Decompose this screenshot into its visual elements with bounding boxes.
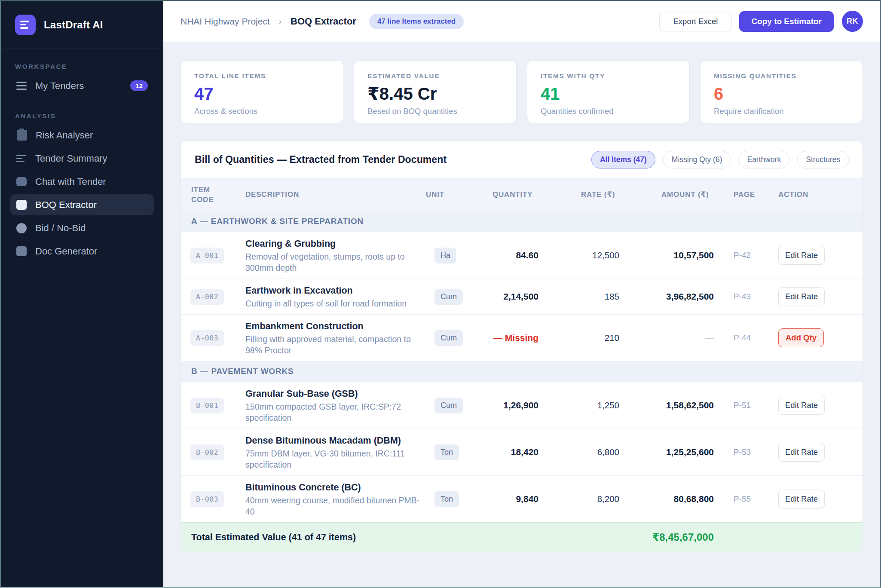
copy-to-estimator-button[interactable]: Copy to Estimator xyxy=(739,11,834,32)
item-code-cell: B-001 xyxy=(181,392,245,419)
boq-row-b-002: B-002Dense Bituminous Macadam (DBM)75mm … xyxy=(181,429,863,475)
stat-card-missing-quantities: MISSING QUANTITIES6Require clarification xyxy=(700,60,863,123)
top-bar: NHAI Highway Project › BOQ Extractor 47 … xyxy=(163,1,880,42)
edit-rate-button[interactable]: Edit Rate xyxy=(778,443,825,462)
table-footer-row: Total Estimated Value (41 of 47 items)₹8… xyxy=(181,522,863,552)
item-code-cell: A-002 xyxy=(181,284,245,310)
stat-subtext: Quantities confirmed xyxy=(541,107,676,116)
item-code-pill: A-001 xyxy=(190,248,224,263)
user-avatar[interactable]: RK xyxy=(842,11,863,32)
column-header-action: Action xyxy=(770,190,863,199)
item-code-cell: A-001 xyxy=(181,242,245,269)
amount-cell: — xyxy=(627,328,722,348)
quantity-cell: 2,14,500 xyxy=(477,286,551,307)
edit-rate-button[interactable]: Edit Rate xyxy=(778,396,825,415)
tender-count-badge: 12 xyxy=(130,80,148,91)
stat-value: 47 xyxy=(194,84,330,103)
sidebar-item-label: Doc Generator xyxy=(35,246,97,257)
page-cell: P-51 xyxy=(722,395,770,415)
edit-rate-button[interactable]: Edit Rate xyxy=(778,490,825,508)
description-cell: Granular Sub-Base (GSB)150mm compacted G… xyxy=(245,382,426,429)
boq-table: Item CodeDescriptionUnitQuantityRate (₹)… xyxy=(181,178,863,552)
quantity-cell: 1,26,900 xyxy=(477,395,551,416)
sidebar-item-label: Tender Summary xyxy=(35,153,107,164)
stat-subtext: Require clarification xyxy=(714,107,849,116)
stat-subtext: Across & sections xyxy=(194,107,330,116)
item-code-pill: B-002 xyxy=(190,444,224,460)
sidebar: LastDraft AI WORKSPACEMy Tenders12ANALYS… xyxy=(1,1,163,587)
item-code-pill: B-003 xyxy=(190,491,224,507)
page-content: TOTAL LINE ITEMS47Across & sectionsESTIM… xyxy=(163,42,880,587)
breadcrumb: NHAI Highway Project › BOQ Extractor xyxy=(180,16,356,27)
breadcrumb-separator-icon: › xyxy=(279,17,281,26)
action-cell: Edit Rate xyxy=(770,391,863,420)
sidebar-item-bid-no-bid[interactable]: Bid / No-Bid xyxy=(10,217,154,239)
sidebar-item-tender-summary[interactable]: Tender Summary xyxy=(10,148,154,169)
table-title-row: Bill of Quantities — Extracted from Tend… xyxy=(181,141,863,178)
filter-chip-earthwork[interactable]: Earthwork xyxy=(738,151,789,168)
filter-chip-missing-qty-6[interactable]: Missing Qty (6) xyxy=(663,151,731,168)
unit-pill: Cum xyxy=(434,398,463,413)
export-excel-button[interactable]: Export Excel xyxy=(659,12,732,31)
description-cell: Embankment ConstructionFilling with appr… xyxy=(245,315,426,361)
description-cell: Earthwork in ExcavationCutting in all ty… xyxy=(245,279,426,314)
summary-lines-icon xyxy=(16,153,27,164)
square-icon xyxy=(16,246,27,256)
amount-cell: 10,57,500 xyxy=(627,245,722,266)
extraction-status-badge: 47 line Items extracted xyxy=(369,14,464,29)
sidebar-item-my-tenders[interactable]: My Tenders12 xyxy=(10,75,154,96)
boq-row-a-001: A-001Clearing & GrubbingRemoval of veget… xyxy=(181,232,863,279)
stat-value: 41 xyxy=(541,84,676,103)
action-cell: Edit Rate xyxy=(770,438,863,467)
sidebar-item-label: BOQ Extractor xyxy=(35,199,97,211)
rate-cell: 6,800 xyxy=(551,442,627,462)
boq-table-card: Bill of Quantities — Extracted from Tend… xyxy=(180,141,863,552)
item-code-cell: B-003 xyxy=(181,486,245,512)
sidebar-item-chat-with-tender[interactable]: Chat with Tender xyxy=(10,171,154,192)
nav-section-label: ANALYSIS xyxy=(15,112,154,119)
item-title: Earthwork in Excavation xyxy=(245,284,426,297)
sidebar-item-doc-generator[interactable]: Doc Generator xyxy=(10,241,154,262)
item-code-cell: B-002 xyxy=(181,439,245,466)
rate-cell: 210 xyxy=(551,328,627,348)
edit-rate-button[interactable]: Edit Rate xyxy=(778,287,825,306)
page-cell: P-55 xyxy=(722,489,770,509)
sidebar-item-risk-analyser[interactable]: Risk Analyser xyxy=(10,125,154,146)
stat-card-items-with-qty: ITEMS WITH QTY41Quantities confirmed xyxy=(527,60,690,123)
document-icon xyxy=(16,200,27,210)
filter-chip-all-items-47[interactable]: All Items (47) xyxy=(591,151,655,168)
quantity-cell: 18,420 xyxy=(477,442,551,462)
nav-section-label: WORKSPACE xyxy=(15,63,154,70)
page-cell: P-44 xyxy=(722,328,770,348)
filter-chip-structures[interactable]: Structures xyxy=(797,151,849,168)
stat-value: ₹8.45 Cr xyxy=(367,84,503,103)
item-code-cell: A-003 xyxy=(181,325,245,351)
main-area: NHAI Highway Project › BOQ Extractor 47 … xyxy=(163,1,880,587)
boq-row-b-003: B-003Bituminous Concrete (BC)40mm weerin… xyxy=(181,475,863,522)
unit-cell: Cum xyxy=(426,392,477,419)
item-code-pill: A-002 xyxy=(190,289,224,305)
rate-cell: 8,200 xyxy=(551,489,627,509)
edit-rate-button[interactable]: Edit Rate xyxy=(778,246,825,265)
circle-icon xyxy=(16,223,27,233)
add-qty-button[interactable]: Add Qty xyxy=(778,328,824,347)
description-cell: Bituminous Concrete (BC)40mm weering cou… xyxy=(245,476,426,522)
action-cell: Edit Rate xyxy=(770,241,863,270)
action-cell: Edit Rate xyxy=(770,282,863,311)
logo-row: LastDraft AI xyxy=(1,1,163,49)
unit-pill: Cum xyxy=(434,330,463,346)
unit-pill: Ton xyxy=(434,444,459,460)
item-subtitle: 150mm compacted GSB layer, IRC:SP:72 spe… xyxy=(245,401,426,423)
breadcrumb-project-link[interactable]: NHAI Highway Project xyxy=(180,16,270,27)
item-code-pill: B-001 xyxy=(190,398,224,413)
item-subtitle: Filling with approved material, compacti… xyxy=(245,334,426,356)
sidebar-item-boq-extractor[interactable]: BOQ Extractor xyxy=(10,194,154,215)
item-title: Dense Bituminous Macadam (DBM) xyxy=(245,434,426,447)
unit-cell: Ton xyxy=(426,486,477,512)
description-cell: Dense Bituminous Macadam (DBM)75mm DBM l… xyxy=(245,429,426,475)
list-icon xyxy=(16,81,27,91)
quantity-cell: — Missing xyxy=(477,328,551,348)
topbar-actions: Export Excel Copy to Estimator RK xyxy=(659,11,863,32)
stat-label: ITEMS WITH QTY xyxy=(541,72,676,80)
stat-label: TOTAL LINE ITEMS xyxy=(194,72,330,80)
